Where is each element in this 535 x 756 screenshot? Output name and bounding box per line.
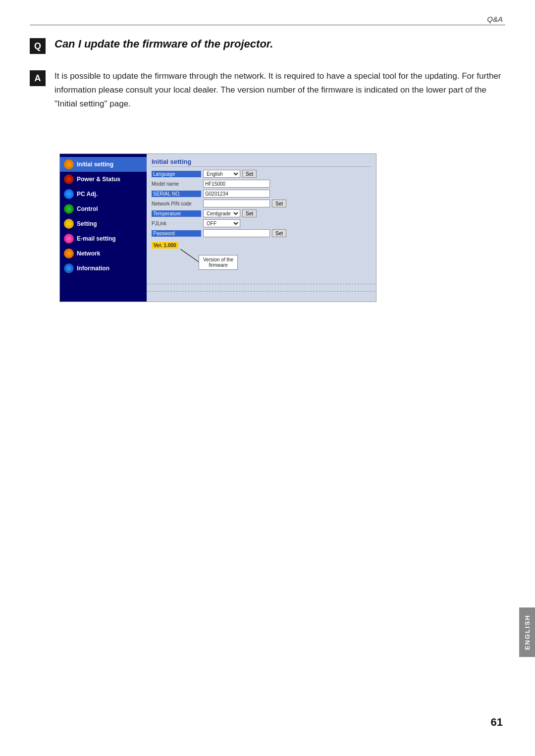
power-icon [64,174,74,184]
sidebar-label-info: Information [77,265,109,272]
set-pincode-button[interactable]: Set [272,200,286,207]
input-password[interactable] [203,229,270,237]
sidebar-item-pcadj[interactable]: PC Adj. [60,187,147,202]
version-value: Ver. 1.000 [152,242,178,249]
label-temperature: Temperature [152,210,201,217]
question-block: Q Can I update the firmware of the proje… [30,37,273,54]
sidebar-item-setting[interactable]: Setting [60,216,147,231]
select-pjlink[interactable]: OFF [203,219,240,227]
top-rule [30,25,505,25]
input-pincode[interactable] [203,200,270,207]
set-password-button[interactable]: Set [272,229,286,237]
answer-text: It is possible to update the firmware th… [54,69,505,111]
qna-label: Q&A [487,15,503,23]
question-text: Can I update the firmware of the project… [54,37,273,51]
sidebar-item-initial[interactable]: Initial setting [60,157,147,172]
version-label-line2: firmware [203,262,233,268]
select-language[interactable]: English [203,170,240,178]
label-pincode: Network PIN code [152,201,201,206]
sidebar-label-setting: Setting [77,220,97,227]
email-icon [64,234,74,244]
sidebar-item-control[interactable]: Control [60,202,147,216]
dotted-line-2 [147,291,376,292]
pc-icon [64,189,74,199]
sidebar-label-initial: Initial setting [77,161,113,168]
sidebar-label-network: Network [77,250,100,257]
form-row-temperature: Temperature Centigrade Set [152,209,371,217]
form-row-pjlink: PJLink OFF [152,219,371,227]
sidebar-label-pcadj: PC Adj. [77,191,98,198]
panel-title: Initial setting [152,158,371,167]
page-number: 61 [491,716,503,729]
sidebar-item-network[interactable]: Network [60,246,147,261]
label-language: Language [152,171,201,177]
network-icon [64,249,74,258]
answer-block: A It is possible to update the firmware … [30,69,505,111]
a-badge: A [30,70,46,86]
setting-icon [64,219,74,229]
sidebar-item-info[interactable]: Information [60,261,147,276]
version-row: Ver. 1.000 Version of the firmware [152,240,371,249]
label-model: Model name [152,181,201,187]
sidebar-label-power: Power & Status [77,176,120,183]
form-row-password: Password Set [152,229,371,237]
sidebar-item-power[interactable]: Power & Status [60,172,147,187]
input-model[interactable] [203,180,270,188]
select-temperature[interactable]: Centigrade [203,209,240,217]
form-row-model: Model name [152,180,371,188]
sidebar: Initial setting Power & Status PC Adj. C… [60,154,147,302]
q-badge: Q [30,38,46,54]
label-pjlink: PJLink [152,221,201,226]
sidebar-label-control: Control [77,205,98,212]
screenshot-container: Initial setting Power & Status PC Adj. C… [59,153,376,302]
set-temperature-button[interactable]: Set [242,209,257,217]
english-tab-text: ENGLISH [524,614,531,650]
english-tab: ENGLISH [519,607,535,657]
form-row-serial: SERIAL NO. [152,190,371,198]
version-label-line1: Version of the [203,257,233,262]
set-language-button[interactable]: Set [242,170,257,178]
label-password: Password [152,230,201,237]
form-row-pincode: Network PIN code Set [152,200,371,207]
label-serial: SERIAL NO. [152,191,201,197]
dotted-line-1 [147,284,376,284]
info-icon [64,263,74,273]
control-icon [64,204,74,214]
form-row-language: Language English Set [152,170,371,178]
main-panel: Initial setting Language English Set Mod… [147,154,376,302]
input-serial[interactable] [203,190,270,198]
sidebar-label-email: E-mail setting [77,235,116,242]
version-label-box: Version of the firmware [199,255,238,270]
sidebar-item-email[interactable]: E-mail setting [60,231,147,246]
initial-icon [64,159,74,169]
